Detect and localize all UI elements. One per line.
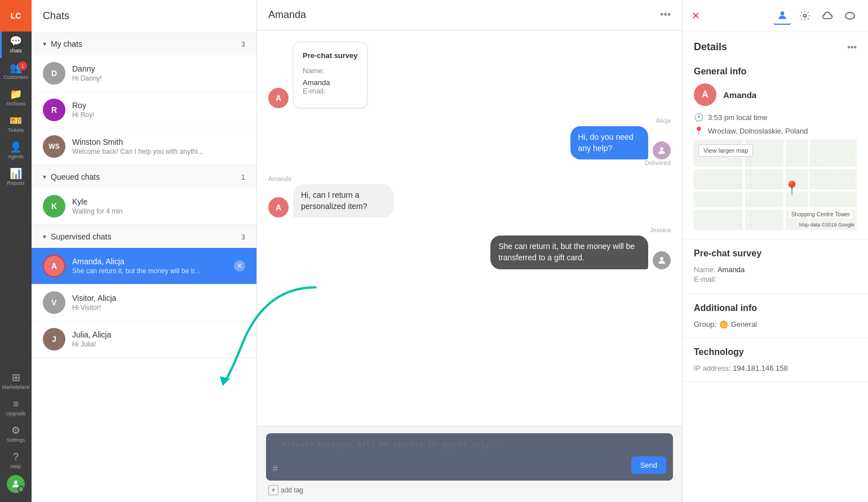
avatar-winston: WS bbox=[43, 135, 65, 158]
supervised-chats-chevron: ▾ bbox=[43, 233, 46, 241]
my-chats-count: 3 bbox=[241, 40, 245, 48]
queued-chats-header[interactable]: ▾ Queued chats 1 bbox=[32, 166, 256, 188]
private-message-textarea[interactable] bbox=[282, 440, 631, 474]
close-panel-icon[interactable]: ✕ bbox=[692, 10, 700, 22]
details-header: Details ••• bbox=[683, 32, 868, 57]
chat-info-amanda-alicja: Amanda, Alicja She can return it, but th… bbox=[72, 257, 234, 275]
reports-label: Reports bbox=[7, 180, 25, 186]
settings-icon: ⚙ bbox=[11, 425, 20, 436]
queued-chats-title: Queued chats bbox=[51, 172, 100, 181]
agent-msg-2-container: Jessica She can return it, but the money… bbox=[268, 226, 671, 269]
details-title: Details bbox=[694, 41, 727, 53]
chat-name-julia-alicja: Julia, Alicja bbox=[72, 330, 245, 339]
chat-item-visitor-alicja[interactable]: V Visitor, Alicja Hi Visitor! bbox=[32, 285, 256, 321]
toolbar-cloud-icon[interactable] bbox=[818, 7, 836, 25]
agents-label: Agents bbox=[8, 154, 24, 159]
add-tag-button[interactable]: + add tag bbox=[268, 485, 303, 495]
sidebar-item-agents[interactable]: 👤 Agents bbox=[0, 137, 32, 164]
customers-badge: 1 bbox=[18, 61, 27, 70]
group-label: Group: bbox=[694, 320, 716, 328]
sidebar-item-upgrade[interactable]: ≡ Upgrade bbox=[0, 396, 32, 420]
sidebar-item-archives[interactable]: 📁 Archives bbox=[0, 85, 32, 111]
customers-label: Customers bbox=[3, 74, 28, 80]
toolbar-person-icon[interactable] bbox=[773, 7, 791, 25]
customer-msg-1-container: Amanda A Hi, can I return a personalized… bbox=[268, 175, 671, 217]
prechat-name-value: Amanda bbox=[303, 78, 358, 87]
help-icon: ? bbox=[13, 452, 19, 462]
chat-item-danny[interactable]: D Danny Hi Danny! bbox=[32, 55, 256, 92]
queued-chats-count: 1 bbox=[241, 173, 245, 181]
my-chats-list: D Danny Hi Danny! R Roy Hi Roy! WS Winst… bbox=[32, 55, 256, 165]
chat-item-julia-alicja[interactable]: J Julia, Alicja Hi Julia! bbox=[32, 321, 256, 358]
location-icon: 📍 bbox=[694, 126, 703, 135]
info-time-row: 🕐 3:53 pm local time bbox=[694, 113, 857, 122]
general-info-name: Amanda bbox=[723, 90, 756, 100]
supervised-chats-section: ▾ Supervised chats 3 A Amanda, Alicja Sh… bbox=[32, 225, 256, 358]
chat-header: Amanda ••• bbox=[257, 0, 682, 30]
toolbar-settings-icon[interactable] bbox=[796, 7, 814, 25]
archives-label: Archives bbox=[6, 101, 26, 106]
chat-info-julia-alicja: Julia, Alicja Hi Julia! bbox=[72, 330, 245, 348]
chat-main: Amanda ••• A Pre-chat survey Name: Amand… bbox=[257, 0, 682, 502]
sidebar-item-help[interactable]: ? Help bbox=[0, 448, 32, 473]
chat-preview-visitor-alicja: Hi Visitor! bbox=[72, 304, 245, 312]
chat-item-kyle[interactable]: K Kyle Waiting for 4 min bbox=[32, 188, 256, 225]
chat-preview-roy: Hi Roy! bbox=[72, 111, 245, 119]
svg-point-6 bbox=[845, 12, 855, 19]
send-button[interactable]: Send bbox=[631, 456, 666, 474]
toolbar-salesforce-icon[interactable] bbox=[841, 7, 859, 25]
chat-item-roy[interactable]: R Roy Hi Roy! bbox=[32, 92, 256, 128]
sidebar-item-tickets[interactable]: 🎫 Tickets bbox=[0, 111, 32, 137]
sidebar-item-marketplace[interactable]: ⊞ Marketplace bbox=[0, 369, 32, 393]
my-chats-header[interactable]: ▾ My chats 3 bbox=[32, 33, 256, 55]
group-value: General bbox=[731, 320, 757, 328]
technology-section: Technology IP address: 194.181.146.158 bbox=[683, 338, 868, 382]
map-place-label: Shopping Centre Tower bbox=[789, 210, 852, 219]
queued-chats-section: ▾ Queued chats 1 K Kyle Waiting for 4 mi… bbox=[32, 166, 256, 225]
customer-amanda-avatar: A bbox=[268, 197, 289, 217]
marketplace-icon: ⊞ bbox=[12, 372, 20, 383]
general-info-name-row: A Amanda bbox=[694, 83, 857, 106]
details-more-btn[interactable]: ••• bbox=[847, 42, 857, 52]
avatar-danny: D bbox=[43, 62, 65, 85]
chat-info-danny: Danny Hi Danny! bbox=[72, 64, 245, 82]
technology-title: Technology bbox=[694, 347, 857, 357]
supervised-chats-count: 3 bbox=[241, 233, 245, 241]
chat-name-winston: Winston Smith bbox=[72, 137, 245, 146]
app-logo[interactable]: LC bbox=[0, 0, 32, 32]
sidebar-item-customers[interactable]: 👥 Customers 1 bbox=[0, 58, 32, 85]
agents-icon: 👤 bbox=[10, 142, 22, 152]
supervised-chats-list: A Amanda, Alicja She can return it, but … bbox=[32, 248, 256, 358]
sidebar-item-reports[interactable]: 📊 Reports bbox=[0, 164, 32, 190]
view-larger-map-btn[interactable]: View larger map bbox=[698, 144, 753, 157]
chat-item-amanda-alicja[interactable]: A Amanda, Alicja She can return it, but … bbox=[32, 248, 256, 285]
info-location-row: 📍 Wroclaw, Dolnoslaskie, Poland bbox=[694, 126, 857, 135]
add-tag-label: add tag bbox=[281, 486, 303, 494]
reports-icon: 📊 bbox=[10, 168, 22, 179]
queued-chats-chevron: ▾ bbox=[43, 173, 46, 181]
chat-header-more-btn[interactable]: ••• bbox=[660, 9, 671, 21]
hash-icon: # bbox=[273, 464, 278, 474]
sidebar-item-settings[interactable]: ⚙ Settings bbox=[0, 422, 32, 446]
sidebar-item-chats[interactable]: 💬 chats bbox=[0, 32, 32, 58]
agent-msg-2-row: She can return it, but the money will be… bbox=[408, 236, 671, 269]
prechat-name-label-detail: Name: Amanda bbox=[694, 265, 857, 274]
general-info-section: General info A Amanda 🕐 3:53 pm local ti… bbox=[683, 57, 868, 239]
customer-msg-1-bubble: Hi, can I return a personalized item? bbox=[293, 184, 393, 217]
general-info-avatar: A bbox=[694, 83, 716, 106]
ip-value: 194.181.146.158 bbox=[733, 364, 788, 372]
my-chats-title: My chats bbox=[51, 39, 82, 48]
chat-item-winston[interactable]: WS Winston Smith Welcome back! Can I hel… bbox=[32, 128, 256, 165]
agent-msg-1-row: Hi, do you need any help? bbox=[541, 126, 671, 159]
close-chat-btn[interactable]: ✕ bbox=[234, 260, 245, 272]
user-avatar[interactable] bbox=[7, 475, 25, 493]
chat-preview-winston: Welcome back! Can I help you with anythi… bbox=[72, 148, 245, 156]
prechat-name-value-detail: Amanda bbox=[718, 265, 745, 274]
group-dot-icon: G bbox=[720, 321, 728, 328]
add-tag-row: + add tag bbox=[266, 485, 673, 495]
svg-point-5 bbox=[804, 15, 807, 17]
supervised-chats-header[interactable]: ▾ Supervised chats 3 bbox=[32, 225, 256, 248]
add-tag-plus-icon: + bbox=[268, 485, 278, 495]
private-msg-input-container: # Send bbox=[266, 433, 673, 481]
chat-info-roy: Roy Hi Roy! bbox=[72, 101, 245, 119]
